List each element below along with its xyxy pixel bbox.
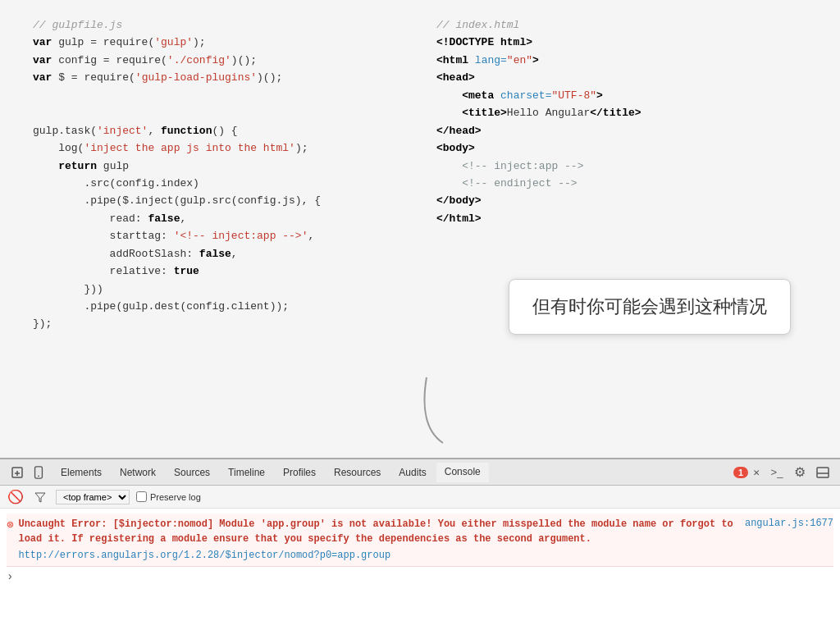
svg-rect-5 [817,468,829,477]
devtools-left-icons [5,463,51,482]
tab-elements[interactable]: Elements [52,463,110,482]
terminal-icon[interactable]: >_ [768,463,786,482]
frame-select[interactable]: <top frame> [56,490,130,504]
devtools-right-icons: 1 ✕ >_ ⚙ [733,463,835,482]
index-code: <!DOCTYPE html> <html lang="en"> <head> … [436,34,807,227]
console-prompt: › [7,567,833,587]
code-area: // gulpfile.js var gulp = require('gulp'… [0,0,840,459]
error-badge: 1 [733,467,748,478]
gulpfile-panel: // gulpfile.js var gulp = require('gulp'… [33,16,404,443]
index-comment: // index.html [436,16,807,34]
tab-sources[interactable]: Sources [166,463,218,482]
error-circle-icon: ⊗ [7,518,13,532]
callout-bubble: 但有时你可能会遇到这种情况 [509,279,791,335]
tab-timeline[interactable]: Timeline [220,463,273,482]
error-badge-icon: ✕ [753,466,760,479]
dock-icon[interactable] [814,463,832,482]
filter-icon[interactable] [31,488,49,506]
inspect-icon[interactable] [8,463,26,482]
tab-profiles[interactable]: Profiles [275,463,324,482]
svg-marker-7 [35,493,45,502]
error-file[interactable]: angular.js:1677 [745,518,833,529]
tab-audits[interactable]: Audits [390,463,434,482]
error-main-text: Uncaught Error: [$injector:nomod] Module… [18,518,733,545]
tab-console[interactable]: Console [436,463,489,482]
error-url-link[interactable]: http://errors.angularjs.org/1.2.28/$inje… [18,548,740,563]
mobile-icon[interactable] [30,463,48,482]
devtools-panel: Elements Network Sources Timeline Profil… [0,458,840,630]
preserve-log-checkbox[interactable] [136,491,147,502]
settings-icon[interactable]: ⚙ [791,463,809,482]
devtools-toolbar2: 🚫 <top frame> Preserve log [0,486,840,509]
gulpfile-comment: // gulpfile.js [33,16,404,34]
error-message: Uncaught Error: [$injector:nomod] Module… [18,517,740,563]
devtools-toolbar: Elements Network Sources Timeline Profil… [0,459,840,486]
preserve-log-label[interactable]: Preserve log [136,491,201,502]
tab-resources[interactable]: Resources [326,463,389,482]
console-area: ⊗ Uncaught Error: [$injector:nomod] Modu… [0,509,840,630]
error-line: ⊗ Uncaught Error: [$injector:nomod] Modu… [7,514,833,567]
prompt-arrow-icon: › [7,570,13,583]
callout-text: 但有时你可能会遇到这种情况 [532,296,767,317]
gulpfile-code: var gulp = require('gulp'); var config =… [33,34,404,332]
clear-icon[interactable]: 🚫 [7,488,25,506]
index-panel: // index.html <!DOCTYPE html> <html lang… [436,16,807,443]
tab-network[interactable]: Network [112,463,164,482]
